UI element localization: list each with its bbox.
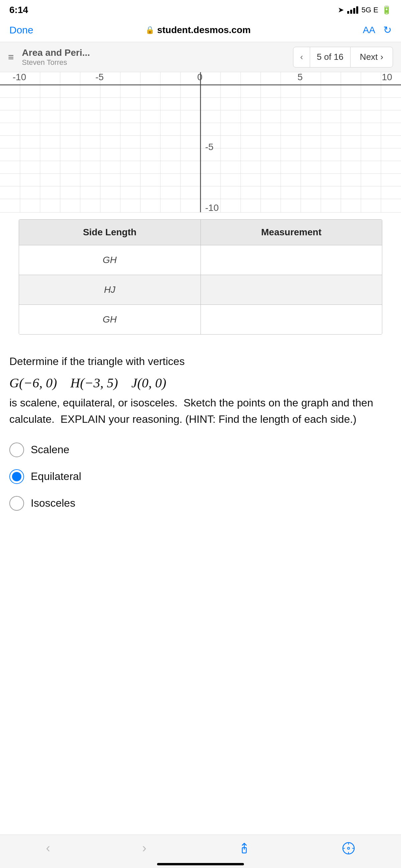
table-wrapper: Side Length Measurement GH HJ GH <box>0 213 401 341</box>
col-measurement: Measurement <box>201 220 382 245</box>
radio-dot-equilateral <box>12 472 21 481</box>
svg-text:5: 5 <box>298 72 303 82</box>
page-indicator: 5 of 16 <box>310 47 350 67</box>
col-side-length: Side Length <box>19 220 201 245</box>
status-bar: 6:14 ➤ 5G E 🔋 <box>0 0 401 18</box>
svg-text:10: 10 <box>381 72 392 82</box>
location-icon: ➤ <box>338 6 344 14</box>
radio-circle-scalene <box>9 442 24 457</box>
table-row: GH <box>19 245 382 275</box>
signal-bar-1 <box>347 11 349 14</box>
svg-text:-5: -5 <box>205 142 214 152</box>
svg-text:-10: -10 <box>13 72 26 82</box>
problem-text: Determine if the triangle with vertices … <box>9 353 392 428</box>
browser-forward-button[interactable]: › <box>134 837 154 859</box>
svg-text:0: 0 <box>197 72 203 82</box>
app-header: ≡ Area and Peri... Steven Torres ‹ 5 of … <box>0 42 401 72</box>
table-row: HJ <box>19 275 382 305</box>
app-title: Area and Peri... <box>22 48 288 58</box>
signal-bar-3 <box>353 8 355 14</box>
status-icons: ➤ 5G E 🔋 <box>338 5 392 15</box>
problem-intro: Determine if the triangle with vertices <box>9 355 185 367</box>
measurement-hj[interactable] <box>201 275 382 305</box>
app-subtitle: Steven Torres <box>22 58 288 67</box>
table-row: GH <box>19 305 382 334</box>
svg-point-40 <box>347 847 349 849</box>
radio-label-scalene: Scalene <box>31 443 69 456</box>
problem-body: is scalene, equilateral, or isosceles. S… <box>9 397 373 426</box>
radio-circle-isosceles <box>9 496 24 511</box>
app-title-block: Area and Peri... Steven Torres <box>22 48 288 67</box>
radio-options: Scalene Equilateral Isosceles <box>0 436 401 524</box>
next-chevron: › <box>380 52 383 62</box>
svg-text:-10: -10 <box>205 203 219 212</box>
side-hj: HJ <box>19 275 201 305</box>
side-gh-2: GH <box>19 305 201 334</box>
url-text: student.desmos.com <box>157 25 251 35</box>
radio-label-isosceles: Isosceles <box>31 497 75 509</box>
vertices-math: G(−6, 0) H(−3, 5) J(0, 0) <box>9 373 392 393</box>
measurement-gh-2[interactable] <box>201 305 382 334</box>
radio-label-equilateral: Equilateral <box>31 470 81 483</box>
problem-section: Determine if the triangle with vertices … <box>0 341 401 436</box>
hamburger-menu[interactable]: ≡ <box>8 52 14 63</box>
next-button[interactable]: Next › <box>350 47 393 67</box>
radio-isosceles[interactable]: Isosceles <box>9 496 392 511</box>
browser-controls: AA ↻ <box>363 24 392 36</box>
refresh-button[interactable]: ↻ <box>383 24 392 36</box>
nav-controls: ‹ 5 of 16 Next › <box>293 47 393 67</box>
svg-text:-5: -5 <box>96 72 104 82</box>
side-length-table: Side Length Measurement GH HJ GH <box>19 219 382 335</box>
network-type: 5G E <box>362 6 378 14</box>
status-time: 6:14 <box>9 5 28 16</box>
prev-button[interactable]: ‹ <box>293 47 310 67</box>
signal-bar-2 <box>350 10 352 14</box>
table-header: Side Length Measurement <box>19 220 382 245</box>
compass-button[interactable] <box>334 838 363 859</box>
browser-back-button[interactable]: ‹ <box>38 837 59 859</box>
lock-icon: 🔒 <box>145 26 154 34</box>
done-button[interactable]: Done <box>9 24 33 36</box>
side-gh-1: GH <box>19 245 201 275</box>
bottom-spacer <box>0 524 401 564</box>
radio-equilateral[interactable]: Equilateral <box>9 469 392 484</box>
text-size-button[interactable]: AA <box>363 25 375 35</box>
battery-icon: 🔋 <box>381 5 392 15</box>
home-indicator <box>157 863 244 865</box>
radio-circle-equilateral <box>9 469 24 484</box>
measurement-gh-1[interactable] <box>201 245 382 275</box>
share-button[interactable] <box>230 838 258 858</box>
coordinate-graph[interactable]: -10 -5 0 5 10 -5 -10 <box>0 72 401 213</box>
graph-svg: -10 -5 0 5 10 -5 -10 <box>0 72 401 212</box>
signal-bar-4 <box>356 6 358 14</box>
next-label: Next <box>360 52 378 62</box>
signal-bars <box>347 6 358 14</box>
url-bar[interactable]: 🔒 student.desmos.com <box>145 25 251 35</box>
browser-bar: Done 🔒 student.desmos.com AA ↻ <box>0 18 401 42</box>
radio-scalene[interactable]: Scalene <box>9 442 392 457</box>
